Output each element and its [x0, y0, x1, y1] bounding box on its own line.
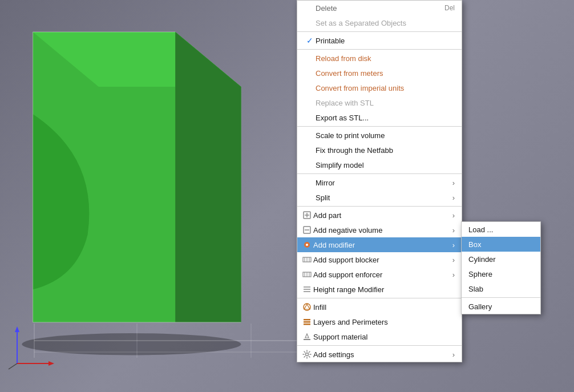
menu-item-export-stl[interactable]: Export as STL...	[297, 110, 462, 125]
submenu-arrow-add-part: ›	[441, 211, 455, 220]
settings-icon	[302, 349, 312, 359]
checkmark-icon: ✓	[304, 36, 316, 45]
svg-line-18	[9, 363, 17, 369]
separator-6	[297, 298, 462, 298]
axis-arrows	[6, 324, 57, 375]
add-modifier-submenu: Load ... Box Cylinder Sphere Slab Galler…	[461, 221, 541, 314]
menu-item-convert-meters[interactable]: Convert from meters	[297, 66, 462, 80]
svg-marker-17	[48, 361, 54, 366]
separator-7	[297, 345, 462, 346]
submenu-item-gallery-label: Gallery	[468, 302, 492, 311]
add-support-blocker-icon	[302, 254, 312, 265]
add-part-icon	[302, 210, 312, 220]
menu-item-add-support-blocker[interactable]: Add support blocker ›	[297, 252, 462, 267]
menu-item-add-modifier[interactable]: Add modifier ›	[297, 237, 462, 252]
svg-rect-42	[304, 339, 310, 340]
menu-item-replace-stl[interactable]: Replace with STL	[297, 95, 462, 110]
svg-rect-41	[304, 324, 310, 325]
separator-1	[297, 31, 462, 32]
support-material-icon	[302, 332, 312, 342]
svg-marker-4	[175, 32, 241, 322]
menu-item-add-support-enforcer[interactable]: Add support enforcer ›	[297, 267, 462, 282]
menu-item-add-part[interactable]: Add part ›	[297, 208, 462, 223]
menu-item-layers-perimeters[interactable]: Layers and Perimeters	[297, 314, 462, 329]
submenu-arrow-split: ›	[441, 193, 455, 202]
context-menu: Delete Del Set as a Separated Objects ✓ …	[297, 0, 462, 362]
submenu-arrow-support-blocker: ›	[441, 256, 455, 264]
infill-icon	[302, 302, 312, 312]
viewport	[0, 0, 574, 392]
svg-marker-15	[15, 326, 19, 332]
menu-item-height-range[interactable]: Height range Modifier	[297, 282, 462, 297]
svg-marker-38	[304, 304, 310, 309]
menu-item-mirror[interactable]: Mirror ›	[297, 175, 462, 190]
submenu-item-sphere[interactable]: Sphere	[462, 266, 540, 281]
height-range-icon	[302, 284, 312, 294]
menu-item-scale-print[interactable]: Scale to print volume	[297, 128, 462, 143]
svg-marker-43	[305, 334, 309, 338]
svg-rect-39	[304, 319, 310, 321]
svg-point-25	[306, 244, 308, 246]
menu-item-infill[interactable]: Infill	[297, 300, 462, 314]
add-negative-icon	[302, 225, 312, 235]
submenu-item-cylinder[interactable]: Cylinder	[462, 252, 540, 266]
menu-item-fix-netfabb[interactable]: Fix through the Netfabb	[297, 143, 462, 157]
3d-object	[0, 0, 274, 365]
menu-item-simplify[interactable]: Simplify model	[297, 157, 462, 172]
menu-item-support-material[interactable]: Support material	[297, 329, 462, 344]
submenu-arrow-add-negative: ›	[441, 226, 455, 235]
submenu-item-gallery[interactable]: Gallery	[462, 299, 540, 314]
menu-item-delete[interactable]: Delete Del	[297, 1, 462, 15]
submenu-item-box-label: Box	[468, 240, 481, 249]
submenu-arrow-mirror: ›	[441, 179, 455, 187]
submenu-item-load-label: Load ...	[468, 225, 493, 234]
separator-3	[297, 126, 462, 127]
submenu-item-sphere-label: Sphere	[468, 270, 492, 278]
separator-2	[297, 49, 462, 50]
submenu-item-slab[interactable]: Slab	[462, 281, 540, 296]
add-support-enforcer-icon	[302, 269, 312, 280]
layers-icon	[302, 317, 312, 327]
submenu-item-slab-label: Slab	[468, 285, 483, 293]
separator-4	[297, 173, 462, 174]
menu-item-add-settings[interactable]: Add settings ›	[297, 347, 462, 362]
svg-rect-40	[304, 321, 310, 323]
menu-item-reload[interactable]: Reload from disk	[297, 51, 462, 66]
menu-item-convert-imperial[interactable]: Convert from imperial units	[297, 80, 462, 95]
submenu-item-cylinder-label: Cylinder	[468, 255, 496, 264]
submenu-arrow-add-modifier: ›	[441, 241, 455, 249]
submenu-arrow-add-settings: ›	[441, 350, 455, 359]
submenu-arrow-support-enforcer: ›	[441, 270, 455, 279]
submenu-separator	[462, 297, 540, 298]
menu-item-set-separated[interactable]: Set as a Separated Objects	[297, 15, 462, 30]
menu-item-add-negative[interactable]: Add negative volume ›	[297, 223, 462, 237]
menu-item-split[interactable]: Split ›	[297, 190, 462, 205]
separator-5	[297, 206, 462, 207]
menu-item-printable[interactable]: ✓ Printable	[297, 33, 462, 48]
add-modifier-icon	[302, 240, 312, 250]
svg-point-44	[306, 353, 309, 356]
submenu-item-load[interactable]: Load ...	[462, 222, 540, 237]
submenu-item-box[interactable]: Box	[462, 237, 540, 252]
